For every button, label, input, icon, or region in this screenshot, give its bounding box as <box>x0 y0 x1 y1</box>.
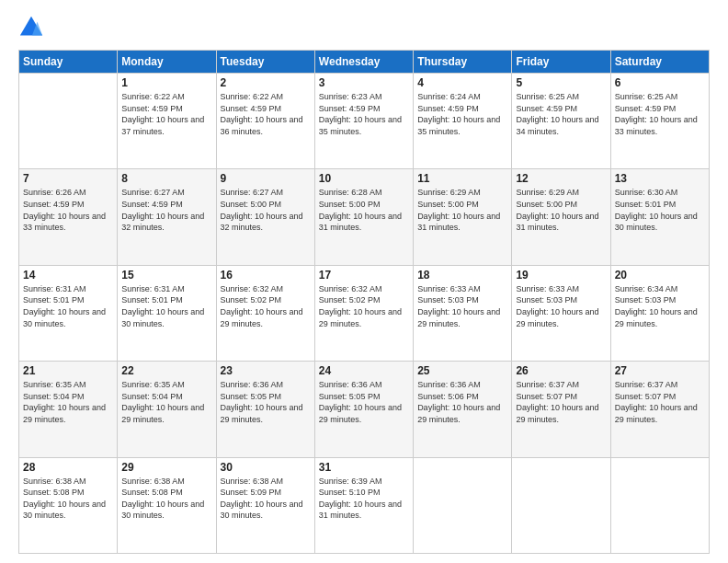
cell-sunrise: Sunrise: 6:28 AM <box>319 187 409 199</box>
cell-sunset: Sunset: 5:02 PM <box>319 294 409 306</box>
cell-sunset: Sunset: 5:03 PM <box>615 294 705 306</box>
cell-daylight: Daylight: 10 hours and 29 minutes. <box>319 402 409 425</box>
cell-daylight: Daylight: 10 hours and 33 minutes. <box>23 211 113 234</box>
cell-daylight: Daylight: 10 hours and 29 minutes. <box>516 402 606 425</box>
cell-day-number: 2 <box>221 76 311 89</box>
cell-sunrise: Sunrise: 6:37 AM <box>516 379 606 391</box>
cell-daylight: Daylight: 10 hours and 36 minutes. <box>221 114 311 137</box>
cell-day-number: 15 <box>121 269 211 282</box>
calendar-week-row: 14 Sunrise: 6:31 AM Sunset: 5:01 PM Dayl… <box>19 265 710 361</box>
cell-sunrise: Sunrise: 6:36 AM <box>221 379 311 391</box>
cell-sunrise: Sunrise: 6:37 AM <box>615 379 705 391</box>
calendar-cell: 17 Sunrise: 6:32 AM Sunset: 5:02 PM Dayl… <box>314 265 413 361</box>
calendar-cell: 11 Sunrise: 6:29 AM Sunset: 5:00 PM Dayl… <box>414 169 512 265</box>
cell-day-number: 1 <box>121 76 211 89</box>
calendar-cell: 1 Sunrise: 6:22 AM Sunset: 4:59 PM Dayli… <box>118 74 216 169</box>
cell-sunset: Sunset: 5:00 PM <box>319 199 409 211</box>
calendar-cell: 23 Sunrise: 6:36 AM Sunset: 5:05 PM Dayl… <box>216 362 314 457</box>
cell-daylight: Daylight: 10 hours and 30 minutes. <box>23 306 113 329</box>
cell-daylight: Daylight: 10 hours and 30 minutes. <box>221 499 311 522</box>
calendar-cell: 2 Sunrise: 6:22 AM Sunset: 4:59 PM Dayli… <box>216 74 314 169</box>
calendar-cell: 6 Sunrise: 6:25 AM Sunset: 4:59 PM Dayli… <box>610 74 709 169</box>
cell-day-number: 31 <box>319 461 409 474</box>
cell-day-number: 25 <box>417 364 507 377</box>
calendar-cell <box>512 457 610 553</box>
cell-daylight: Daylight: 10 hours and 29 minutes. <box>516 306 606 329</box>
calendar-cell: 18 Sunrise: 6:33 AM Sunset: 5:03 PM Dayl… <box>414 265 512 361</box>
calendar-cell: 21 Sunrise: 6:35 AM Sunset: 5:04 PM Dayl… <box>19 362 118 457</box>
calendar-header-row: SundayMondayTuesdayWednesdayThursdayFrid… <box>19 51 710 74</box>
cell-daylight: Daylight: 10 hours and 29 minutes. <box>221 306 311 329</box>
cell-daylight: Daylight: 10 hours and 29 minutes. <box>615 306 705 329</box>
calendar-cell: 28 Sunrise: 6:38 AM Sunset: 5:08 PM Dayl… <box>19 457 118 553</box>
cell-sunrise: Sunrise: 6:22 AM <box>221 91 311 103</box>
cell-day-number: 4 <box>417 76 507 89</box>
calendar-week-row: 7 Sunrise: 6:26 AM Sunset: 4:59 PM Dayli… <box>19 169 710 265</box>
cell-sunrise: Sunrise: 6:25 AM <box>516 91 606 103</box>
cell-sunset: Sunset: 5:05 PM <box>319 391 409 403</box>
cell-sunrise: Sunrise: 6:35 AM <box>121 379 211 391</box>
cell-daylight: Daylight: 10 hours and 31 minutes. <box>319 499 409 522</box>
calendar-day-header: Tuesday <box>216 51 314 74</box>
cell-day-number: 18 <box>417 269 507 282</box>
cell-sunset: Sunset: 4:59 PM <box>23 199 113 211</box>
cell-sunset: Sunset: 5:01 PM <box>121 294 211 306</box>
calendar-cell <box>414 457 512 553</box>
cell-day-number: 29 <box>121 461 211 474</box>
cell-daylight: Daylight: 10 hours and 35 minutes. <box>319 114 409 137</box>
cell-sunset: Sunset: 5:07 PM <box>615 391 705 403</box>
calendar-cell: 3 Sunrise: 6:23 AM Sunset: 4:59 PM Dayli… <box>314 74 413 169</box>
cell-sunrise: Sunrise: 6:29 AM <box>516 187 606 199</box>
calendar-cell: 15 Sunrise: 6:31 AM Sunset: 5:01 PM Dayl… <box>118 265 216 361</box>
cell-day-number: 8 <box>121 172 211 185</box>
cell-sunrise: Sunrise: 6:26 AM <box>23 187 113 199</box>
cell-day-number: 5 <box>516 76 606 89</box>
cell-sunrise: Sunrise: 6:30 AM <box>615 187 705 199</box>
cell-sunrise: Sunrise: 6:33 AM <box>417 283 507 295</box>
calendar-day-header: Monday <box>118 51 216 74</box>
cell-daylight: Daylight: 10 hours and 32 minutes. <box>121 211 211 234</box>
cell-sunrise: Sunrise: 6:33 AM <box>516 283 606 295</box>
cell-daylight: Daylight: 10 hours and 29 minutes. <box>615 402 705 425</box>
calendar-cell <box>19 74 118 169</box>
cell-sunrise: Sunrise: 6:38 AM <box>23 476 113 488</box>
cell-sunset: Sunset: 4:59 PM <box>516 103 606 115</box>
cell-daylight: Daylight: 10 hours and 30 minutes. <box>23 499 113 522</box>
cell-daylight: Daylight: 10 hours and 32 minutes. <box>221 211 311 234</box>
calendar-cell: 27 Sunrise: 6:37 AM Sunset: 5:07 PM Dayl… <box>610 362 709 457</box>
cell-sunrise: Sunrise: 6:31 AM <box>121 283 211 295</box>
cell-daylight: Daylight: 10 hours and 29 minutes. <box>417 306 507 329</box>
cell-sunrise: Sunrise: 6:31 AM <box>23 283 113 295</box>
calendar-cell: 9 Sunrise: 6:27 AM Sunset: 5:00 PM Dayli… <box>216 169 314 265</box>
cell-day-number: 12 <box>516 172 606 185</box>
cell-daylight: Daylight: 10 hours and 29 minutes. <box>221 402 311 425</box>
calendar-cell: 30 Sunrise: 6:38 AM Sunset: 5:09 PM Dayl… <box>216 457 314 553</box>
cell-sunrise: Sunrise: 6:32 AM <box>221 283 311 295</box>
cell-daylight: Daylight: 10 hours and 29 minutes. <box>319 306 409 329</box>
cell-sunrise: Sunrise: 6:32 AM <box>319 283 409 295</box>
cell-sunrise: Sunrise: 6:23 AM <box>319 91 409 103</box>
cell-sunset: Sunset: 5:02 PM <box>221 294 311 306</box>
calendar-day-header: Sunday <box>19 51 118 74</box>
calendar-cell: 14 Sunrise: 6:31 AM Sunset: 5:01 PM Dayl… <box>19 265 118 361</box>
cell-daylight: Daylight: 10 hours and 30 minutes. <box>121 499 211 522</box>
calendar-cell: 31 Sunrise: 6:39 AM Sunset: 5:10 PM Dayl… <box>314 457 413 553</box>
cell-sunrise: Sunrise: 6:38 AM <box>121 476 211 488</box>
logo <box>18 15 48 40</box>
cell-daylight: Daylight: 10 hours and 35 minutes. <box>417 114 507 137</box>
cell-day-number: 24 <box>319 364 409 377</box>
cell-sunrise: Sunrise: 6:38 AM <box>221 476 311 488</box>
calendar-cell: 25 Sunrise: 6:36 AM Sunset: 5:06 PM Dayl… <box>414 362 512 457</box>
cell-sunrise: Sunrise: 6:27 AM <box>121 187 211 199</box>
cell-sunset: Sunset: 5:01 PM <box>23 294 113 306</box>
cell-sunrise: Sunrise: 6:39 AM <box>319 476 409 488</box>
cell-day-number: 17 <box>319 269 409 282</box>
cell-day-number: 30 <box>221 461 311 474</box>
calendar-cell: 12 Sunrise: 6:29 AM Sunset: 5:00 PM Dayl… <box>512 169 610 265</box>
cell-daylight: Daylight: 10 hours and 29 minutes. <box>121 402 211 425</box>
cell-sunset: Sunset: 5:09 PM <box>221 487 311 499</box>
cell-daylight: Daylight: 10 hours and 37 minutes. <box>121 114 211 137</box>
cell-sunset: Sunset: 5:07 PM <box>516 391 606 403</box>
cell-sunset: Sunset: 4:59 PM <box>221 103 311 115</box>
cell-day-number: 6 <box>615 76 705 89</box>
